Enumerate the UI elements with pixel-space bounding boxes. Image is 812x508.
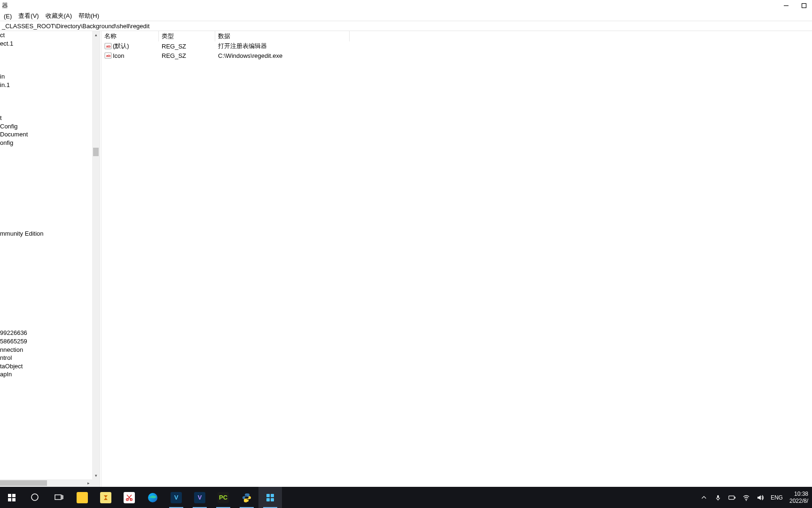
tree-item[interactable] bbox=[0, 254, 92, 263]
taskbar-app-vscode[interactable]: V bbox=[164, 487, 188, 508]
row-type: REG_SZ bbox=[162, 43, 186, 50]
tree-item[interactable] bbox=[0, 287, 92, 296]
tree-item[interactable] bbox=[0, 147, 92, 155]
taskbar-app-python[interactable] bbox=[235, 487, 258, 508]
row-name: (默认) bbox=[113, 42, 129, 50]
tree-item[interactable] bbox=[0, 312, 92, 321]
taskbar-app-pycharm[interactable]: PC bbox=[211, 487, 235, 508]
tree-item[interactable]: t bbox=[0, 114, 92, 122]
svg-rect-8 bbox=[8, 498, 11, 501]
reg-string-icon: ab bbox=[104, 43, 112, 49]
clock[interactable]: 10:38 2022/8/ bbox=[789, 491, 808, 505]
wifi-icon[interactable] bbox=[742, 494, 750, 501]
tree-item[interactable] bbox=[0, 64, 92, 72]
menu-help[interactable]: 帮助(H) bbox=[76, 11, 102, 21]
tree-item[interactable]: ct bbox=[0, 31, 92, 40]
tree-item[interactable] bbox=[0, 213, 92, 222]
tree-item[interactable]: onfig bbox=[0, 139, 92, 147]
minimize-button[interactable] bbox=[783, 2, 789, 9]
svg-text:ab: ab bbox=[106, 44, 110, 48]
tree-item[interactable]: apIn bbox=[0, 370, 92, 379]
tree-item[interactable]: 58665259 bbox=[0, 337, 92, 346]
tree-item[interactable] bbox=[0, 271, 92, 279]
row-data: 打开注册表编辑器 bbox=[218, 42, 267, 50]
list-row[interactable]: ab(默认)REG_SZ打开注册表编辑器 bbox=[102, 41, 812, 51]
tree-item[interactable]: in bbox=[0, 72, 92, 81]
tree-item[interactable] bbox=[0, 180, 92, 189]
tree-item[interactable] bbox=[0, 222, 92, 230]
menu-favorites[interactable]: 收藏夹(A) bbox=[43, 11, 75, 21]
menu-edit[interactable]: (E) bbox=[1, 12, 15, 20]
tree-item[interactable] bbox=[0, 172, 92, 180]
taskbar-app-explorer[interactable] bbox=[70, 487, 94, 508]
tree-item[interactable] bbox=[0, 155, 92, 164]
tree-item[interactable] bbox=[0, 89, 92, 97]
column-data[interactable]: 数据 bbox=[215, 31, 350, 41]
scroll-down-button[interactable]: ▾ bbox=[92, 472, 100, 479]
tree-item[interactable] bbox=[0, 279, 92, 288]
tree-pane[interactable]: ctect.1inin.1tConfigDocumentonfigmmunity… bbox=[0, 31, 100, 487]
tree-item[interactable]: 99226636 bbox=[0, 329, 92, 337]
start-button[interactable] bbox=[0, 487, 23, 508]
vscroll-thumb[interactable] bbox=[93, 148, 99, 156]
tree-item[interactable]: Config bbox=[0, 122, 92, 131]
vertical-scrollbar[interactable]: ▴ ▾ bbox=[92, 31, 100, 479]
taskbar-app-edge[interactable] bbox=[141, 487, 164, 508]
svg-marker-28 bbox=[757, 495, 761, 500]
list-row[interactable]: abIconREG_SZC:\Windows\regedit.exe bbox=[102, 51, 812, 60]
tree-item[interactable]: taObject bbox=[0, 362, 92, 371]
tree-item[interactable]: nnection bbox=[0, 346, 92, 354]
svg-rect-7 bbox=[12, 494, 16, 497]
tree-item[interactable]: in.1 bbox=[0, 81, 92, 89]
tree-item[interactable] bbox=[0, 238, 92, 246]
tree-item[interactable]: Document bbox=[0, 130, 92, 139]
svg-rect-11 bbox=[55, 495, 61, 500]
taskbar-app-snip[interactable] bbox=[117, 487, 141, 508]
taskbar-app-regedit[interactable] bbox=[258, 487, 282, 508]
address-bar[interactable]: _CLASSES_ROOT\Directory\Background\shell… bbox=[0, 21, 812, 31]
horizontal-scrollbar[interactable]: ◂ ▸ bbox=[0, 479, 92, 487]
tree-item[interactable]: mmunity Edition bbox=[0, 230, 92, 238]
task-view-button[interactable] bbox=[47, 487, 70, 508]
row-type: REG_SZ bbox=[162, 52, 186, 59]
list-header: 名称 类型 数据 bbox=[102, 31, 812, 41]
tree-item[interactable]: ntrol bbox=[0, 354, 92, 362]
column-type[interactable]: 类型 bbox=[159, 31, 215, 41]
svg-rect-19 bbox=[266, 494, 270, 497]
tree-item[interactable] bbox=[0, 48, 92, 56]
menu-view[interactable]: 查看(V) bbox=[16, 11, 41, 21]
tree-item[interactable] bbox=[0, 304, 92, 313]
tree-item[interactable] bbox=[0, 197, 92, 205]
tree-item[interactable] bbox=[0, 321, 92, 329]
main-area: ctect.1inin.1tConfigDocumentonfigmmunity… bbox=[0, 31, 812, 487]
maximize-button[interactable] bbox=[801, 2, 807, 9]
hscroll-thumb[interactable] bbox=[0, 480, 47, 486]
tree-item[interactable]: ect.1 bbox=[0, 40, 92, 48]
svg-rect-26 bbox=[734, 497, 735, 499]
list-body[interactable]: ab(默认)REG_SZ打开注册表编辑器abIconREG_SZC:\Windo… bbox=[102, 41, 812, 487]
ime-indicator[interactable]: ENG bbox=[771, 494, 783, 501]
tray-chevron-up-icon[interactable] bbox=[700, 494, 708, 501]
taskbar[interactable]: V V PC ENG 10:38 bbox=[0, 487, 812, 508]
tree-item[interactable] bbox=[0, 205, 92, 213]
taskbar-app-vs[interactable]: V bbox=[188, 487, 211, 508]
volume-icon[interactable] bbox=[757, 494, 764, 501]
scroll-right-button[interactable]: ▸ bbox=[85, 479, 92, 487]
battery-icon[interactable] bbox=[728, 494, 736, 501]
tree-item[interactable] bbox=[0, 296, 92, 304]
scroll-up-button[interactable]: ▴ bbox=[92, 31, 100, 39]
system-tray: ENG 10:38 2022/8/ bbox=[696, 487, 812, 508]
tree-item[interactable] bbox=[0, 105, 92, 114]
tree-item[interactable] bbox=[0, 97, 92, 106]
tree-item[interactable] bbox=[0, 246, 92, 254]
taskbar-app-2[interactable] bbox=[94, 487, 117, 508]
microphone-icon[interactable] bbox=[714, 494, 722, 501]
tree-item[interactable] bbox=[0, 164, 92, 172]
list-pane[interactable]: 名称 类型 数据 ab(默认)REG_SZ打开注册表编辑器abIconREG_S… bbox=[102, 31, 812, 487]
column-name[interactable]: 名称 bbox=[102, 31, 159, 41]
clock-time: 10:38 bbox=[789, 491, 808, 498]
tree-item[interactable] bbox=[0, 188, 92, 197]
search-button[interactable] bbox=[23, 487, 47, 508]
tree-item[interactable] bbox=[0, 56, 92, 64]
tree-item[interactable] bbox=[0, 263, 92, 271]
